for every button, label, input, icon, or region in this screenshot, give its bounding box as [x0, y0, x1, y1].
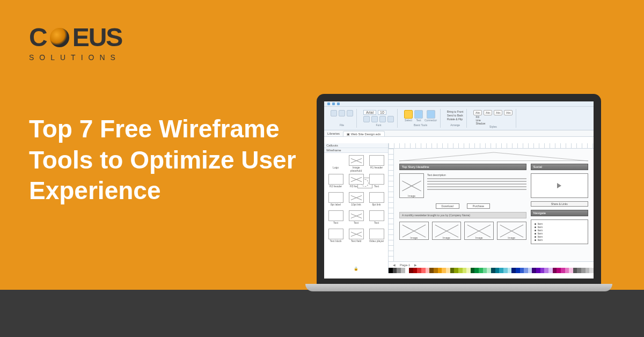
- image-placeholder[interactable]: Image: [399, 173, 424, 198]
- video-placeholder[interactable]: [531, 173, 589, 198]
- doc-tab-active[interactable]: ▣ Web Site Design.edx: [343, 131, 385, 136]
- image-placeholder[interactable]: Image: [432, 222, 462, 240]
- new-file-icon[interactable]: [331, 110, 337, 116]
- color-swatch[interactable]: [483, 268, 487, 273]
- text-tool-icon[interactable]: [414, 110, 423, 119]
- color-swatch[interactable]: [548, 268, 553, 273]
- library-item[interactable]: Text: [347, 210, 365, 227]
- color-swatch[interactable]: [442, 268, 446, 273]
- color-swatch[interactable]: [417, 268, 421, 273]
- library-item[interactable]: 8pt label: [326, 192, 345, 209]
- library-item[interactable]: Video player: [367, 229, 386, 245]
- canvas[interactable]: Top Story Headline Image Text descriptio…: [394, 149, 594, 261]
- font-size-select[interactable]: 10: [378, 110, 386, 115]
- library-section-callouts[interactable]: Callouts: [324, 143, 388, 148]
- style-swatch-1[interactable]: Abc: [473, 110, 482, 115]
- library-item[interactable]: Logo: [326, 155, 345, 172]
- color-swatch[interactable]: [495, 268, 500, 273]
- color-swatch[interactable]: [474, 268, 479, 273]
- qat-redo-icon[interactable]: [337, 102, 340, 105]
- social-bar[interactable]: Social: [531, 164, 589, 170]
- color-swatch[interactable]: [405, 268, 409, 273]
- rotate-flip-button[interactable]: Rotate & Flip: [447, 118, 463, 121]
- library-item[interactable]: 10pt link: [347, 192, 365, 209]
- color-swatch[interactable]: [581, 268, 586, 273]
- color-swatch[interactable]: [565, 268, 569, 273]
- save-file-icon[interactable]: [347, 110, 353, 116]
- color-swatch[interactable]: [516, 268, 520, 273]
- color-swatch[interactable]: [409, 268, 413, 273]
- next-page-icon[interactable]: ▶: [414, 263, 417, 267]
- send-back-button[interactable]: Send to Back: [447, 114, 463, 117]
- color-swatch[interactable]: [487, 268, 491, 273]
- library-item[interactable]: Text field: [347, 229, 365, 245]
- style-swatch-4[interactable]: Abc: [504, 110, 513, 115]
- color-swatch[interactable]: [553, 268, 557, 273]
- color-swatch[interactable]: [557, 268, 561, 273]
- libraries-tab-label[interactable]: Libraries: [327, 132, 340, 135]
- image-placeholder[interactable]: Image: [464, 222, 494, 240]
- color-swatch[interactable]: [524, 268, 528, 273]
- color-swatch[interactable]: [454, 268, 458, 273]
- color-swatch[interactable]: [397, 268, 401, 273]
- navigate-bar[interactable]: Navigate: [531, 210, 589, 216]
- color-swatch[interactable]: [426, 268, 430, 273]
- color-swatch[interactable]: [393, 268, 397, 273]
- purchase-button[interactable]: Purchase: [467, 203, 490, 209]
- quick-access-toolbar[interactable]: [324, 101, 594, 107]
- top-story-bar[interactable]: Top Story Headline: [399, 164, 526, 170]
- style-swatch-2[interactable]: Abc: [484, 110, 492, 115]
- italic-icon[interactable]: [371, 116, 378, 122]
- color-swatch[interactable]: [520, 268, 524, 273]
- image-placeholder[interactable]: Image: [399, 222, 429, 240]
- color-swatch[interactable]: [540, 268, 545, 273]
- color-swatch[interactable]: [446, 268, 450, 273]
- qat-save-icon[interactable]: [327, 102, 330, 105]
- color-swatch[interactable]: [471, 268, 475, 273]
- bold-icon[interactable]: [363, 116, 370, 122]
- color-swatch[interactable]: [508, 268, 512, 273]
- library-item[interactable]: H2 header: [326, 174, 345, 191]
- color-swatch[interactable]: [589, 268, 594, 273]
- color-swatch[interactable]: [569, 268, 573, 273]
- qat-undo-icon[interactable]: [332, 102, 335, 105]
- color-swatch[interactable]: [544, 268, 548, 273]
- color-swatch[interactable]: [503, 268, 508, 273]
- connector-tool-icon[interactable]: [427, 110, 435, 119]
- library-item[interactable]: Text block: [326, 229, 345, 245]
- color-swatch[interactable]: [561, 268, 565, 273]
- color-swatch[interactable]: [466, 268, 471, 273]
- color-swatch[interactable]: [532, 268, 536, 273]
- color-swatch[interactable]: [401, 268, 405, 273]
- color-swatch[interactable]: [573, 268, 577, 273]
- bring-front-button[interactable]: Bring to Front: [447, 110, 463, 113]
- color-swatch[interactable]: [438, 268, 442, 273]
- nav-item[interactable]: Item: [535, 238, 585, 241]
- library-item[interactable]: Text: [326, 210, 345, 227]
- style-swatch-3[interactable]: Abc: [494, 110, 502, 115]
- select-tool-icon[interactable]: [404, 110, 413, 119]
- share-links-button[interactable]: Share & Links: [531, 201, 589, 207]
- color-swatch[interactable]: [491, 268, 495, 273]
- color-swatch[interactable]: [450, 268, 455, 273]
- color-swatch[interactable]: [429, 268, 434, 273]
- color-swatch-bar[interactable]: [389, 268, 594, 273]
- color-swatch[interactable]: [421, 268, 426, 273]
- library-item[interactable]: Image placehold: [347, 155, 365, 172]
- color-swatch[interactable]: [434, 268, 438, 273]
- color-swatch[interactable]: [479, 268, 483, 273]
- color-swatch[interactable]: [511, 268, 516, 273]
- font-name-select[interactable]: Arial: [363, 110, 376, 115]
- page-indicator-label[interactable]: Page-1: [400, 263, 410, 267]
- download-button[interactable]: Download: [436, 203, 459, 209]
- color-swatch[interactable]: [536, 268, 540, 273]
- color-swatch[interactable]: [577, 268, 581, 273]
- library-item[interactable]: H1 header: [367, 155, 386, 172]
- color-swatch[interactable]: [389, 268, 393, 273]
- open-file-icon[interactable]: [339, 110, 345, 116]
- library-item[interactable]: 8pt link: [367, 192, 386, 209]
- library-section-wireframe[interactable]: Wireframe: [324, 148, 388, 153]
- library-item[interactable]: Text: [367, 210, 386, 227]
- color-swatch[interactable]: [586, 268, 590, 273]
- color-swatch[interactable]: [528, 268, 532, 273]
